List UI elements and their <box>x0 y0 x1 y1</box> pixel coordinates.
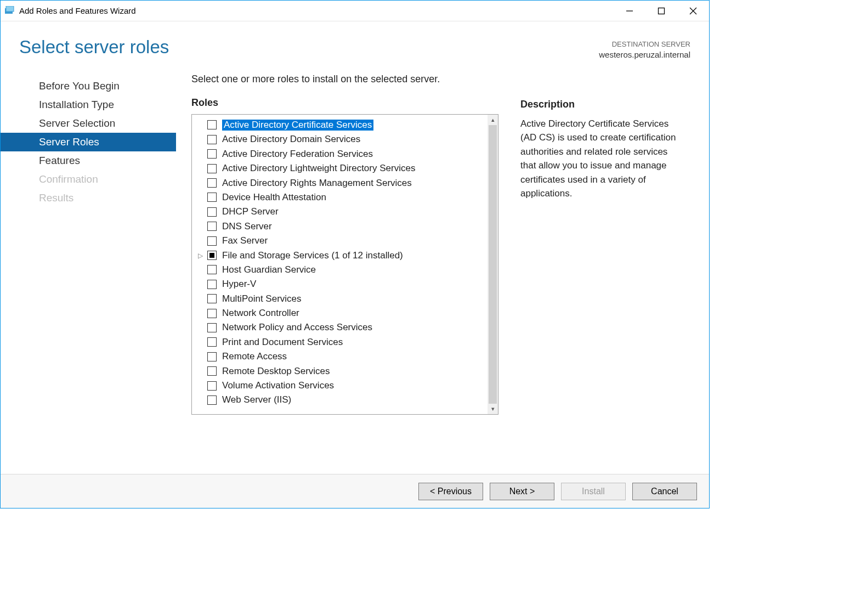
description-panel: Description Active Directory Certificate… <box>498 74 685 474</box>
role-row[interactable]: Active Directory Lightweight Directory S… <box>195 161 484 176</box>
role-checkbox[interactable] <box>207 265 217 274</box>
page-title: Select server roles <box>19 37 169 58</box>
destination-server: westeros.peruzal.internal <box>599 49 690 60</box>
role-checkbox[interactable] <box>207 193 217 202</box>
close-button[interactable] <box>677 1 709 21</box>
titlebar: Add Roles and Features Wizard <box>1 1 709 21</box>
role-checkbox[interactable] <box>207 222 217 231</box>
description-label: Description <box>520 99 685 110</box>
role-row[interactable]: Active Directory Certificate Services <box>195 118 484 132</box>
cancel-button[interactable]: Cancel <box>632 483 697 500</box>
nav-installation-type[interactable]: Installation Type <box>1 95 176 114</box>
svg-rect-1 <box>6 6 14 12</box>
role-row[interactable]: Network Controller <box>195 306 484 320</box>
scroll-up-icon[interactable]: ▴ <box>488 115 498 125</box>
role-label[interactable]: Active Directory Domain Services <box>222 134 360 145</box>
role-label[interactable]: Active Directory Lightweight Directory S… <box>222 163 415 174</box>
role-label[interactable]: Device Health Attestation <box>222 192 326 203</box>
wizard-body: Select server roles DESTINATION SERVER w… <box>1 21 709 508</box>
nav-server-roles[interactable]: Server Roles <box>1 133 176 151</box>
role-checkbox[interactable] <box>207 381 217 391</box>
role-row[interactable]: Print and Document Services <box>195 335 484 349</box>
role-row[interactable]: Remote Access <box>195 349 484 364</box>
role-label[interactable]: File and Storage Services (1 of 12 insta… <box>222 250 403 261</box>
role-label[interactable]: DHCP Server <box>222 206 279 217</box>
role-label[interactable]: MultiPoint Services <box>222 293 302 304</box>
role-row[interactable]: Volume Activation Services <box>195 378 484 393</box>
role-row[interactable]: MultiPoint Services <box>195 291 484 306</box>
destination-block: DESTINATION SERVER westeros.peruzal.inte… <box>599 37 690 60</box>
role-label[interactable]: Host Guardian Service <box>222 264 316 275</box>
role-label[interactable]: Remote Access <box>222 351 287 362</box>
roles-panel: Select one or more roles to install on t… <box>191 74 498 474</box>
main-column: Select one or more roles to install on t… <box>176 74 709 474</box>
expander-icon[interactable]: ▷ <box>195 252 205 259</box>
role-label[interactable]: Volume Activation Services <box>222 380 334 391</box>
role-row[interactable]: DHCP Server <box>195 205 484 219</box>
role-label[interactable]: Hyper-V <box>222 279 256 290</box>
header-row: Select server roles DESTINATION SERVER w… <box>1 21 709 60</box>
window-controls <box>614 1 709 21</box>
wizard-window: Add Roles and Features Wizard Select ser… <box>0 0 710 508</box>
role-checkbox[interactable] <box>207 207 217 217</box>
nav-before-you-begin[interactable]: Before You Begin <box>1 77 176 95</box>
role-checkbox[interactable] <box>207 164 217 173</box>
app-icon <box>5 6 15 16</box>
nav-confirmation: Confirmation <box>1 170 176 189</box>
role-checkbox[interactable] <box>207 323 217 332</box>
role-label[interactable]: Remote Desktop Services <box>222 366 330 377</box>
role-label[interactable]: Active Directory Rights Management Servi… <box>222 178 412 189</box>
role-checkbox[interactable] <box>207 178 217 188</box>
role-row[interactable]: Fax Server <box>195 234 484 248</box>
scroll-thumb[interactable] <box>489 125 497 404</box>
role-label[interactable]: Fax Server <box>222 235 268 246</box>
role-row[interactable]: Active Directory Federation Services <box>195 147 484 161</box>
destination-label: DESTINATION SERVER <box>599 39 690 49</box>
nav-features[interactable]: Features <box>1 151 176 170</box>
role-checkbox[interactable] <box>207 149 217 159</box>
minimize-button[interactable] <box>614 1 645 21</box>
nav-server-selection[interactable]: Server Selection <box>1 114 176 133</box>
role-checkbox[interactable] <box>207 236 217 246</box>
role-row[interactable]: ▷File and Storage Services (1 of 12 inst… <box>195 248 484 262</box>
role-row[interactable]: Remote Desktop Services <box>195 364 484 378</box>
role-checkbox[interactable] <box>207 366 217 376</box>
role-label[interactable]: Print and Document Services <box>222 337 343 348</box>
role-checkbox[interactable] <box>207 280 217 289</box>
role-checkbox[interactable] <box>207 135 217 144</box>
role-checkbox[interactable] <box>207 352 217 361</box>
wizard-nav: Before You Begin Installation Type Serve… <box>1 74 176 474</box>
role-label[interactable]: Active Directory Certificate Services <box>222 120 373 131</box>
roles-listbox: Active Directory Certificate ServicesAct… <box>191 114 498 415</box>
role-checkbox[interactable] <box>207 251 217 260</box>
role-checkbox[interactable] <box>207 294 217 303</box>
roles-scroll-area[interactable]: Active Directory Certificate ServicesAct… <box>192 115 488 414</box>
maximize-button[interactable] <box>645 1 677 21</box>
nav-results: Results <box>1 189 176 207</box>
role-row[interactable]: Active Directory Rights Management Servi… <box>195 176 484 190</box>
role-checkbox[interactable] <box>207 120 217 129</box>
role-checkbox[interactable] <box>207 309 217 318</box>
role-label[interactable]: Network Policy and Access Services <box>222 322 372 333</box>
role-label[interactable]: DNS Server <box>222 221 272 232</box>
instruction-text: Select one or more roles to install on t… <box>191 74 498 85</box>
svg-rect-3 <box>659 8 665 14</box>
role-row[interactable]: Device Health Attestation <box>195 190 484 205</box>
scrollbar[interactable]: ▴ ▾ <box>488 115 498 414</box>
role-row[interactable]: Hyper-V <box>195 277 484 291</box>
next-button[interactable]: Next > <box>490 483 554 500</box>
content-row: Before You Begin Installation Type Serve… <box>1 60 709 474</box>
role-label[interactable]: Web Server (IIS) <box>222 394 291 405</box>
scroll-down-icon[interactable]: ▾ <box>488 404 498 414</box>
previous-button[interactable]: < Previous <box>418 483 483 500</box>
role-label[interactable]: Active Directory Federation Services <box>222 149 373 160</box>
role-row[interactable]: DNS Server <box>195 219 484 234</box>
role-row[interactable]: Active Directory Domain Services <box>195 132 484 146</box>
role-row[interactable]: Host Guardian Service <box>195 263 484 277</box>
role-label[interactable]: Network Controller <box>222 308 299 319</box>
roles-label: Roles <box>191 97 498 109</box>
role-checkbox[interactable] <box>207 395 217 405</box>
role-row[interactable]: Network Policy and Access Services <box>195 320 484 335</box>
role-row[interactable]: Web Server (IIS) <box>195 393 484 407</box>
role-checkbox[interactable] <box>207 337 217 347</box>
